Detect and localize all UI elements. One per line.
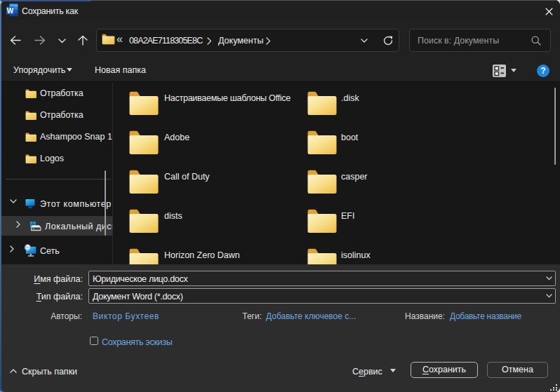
svg-text:W: W <box>7 7 14 15</box>
